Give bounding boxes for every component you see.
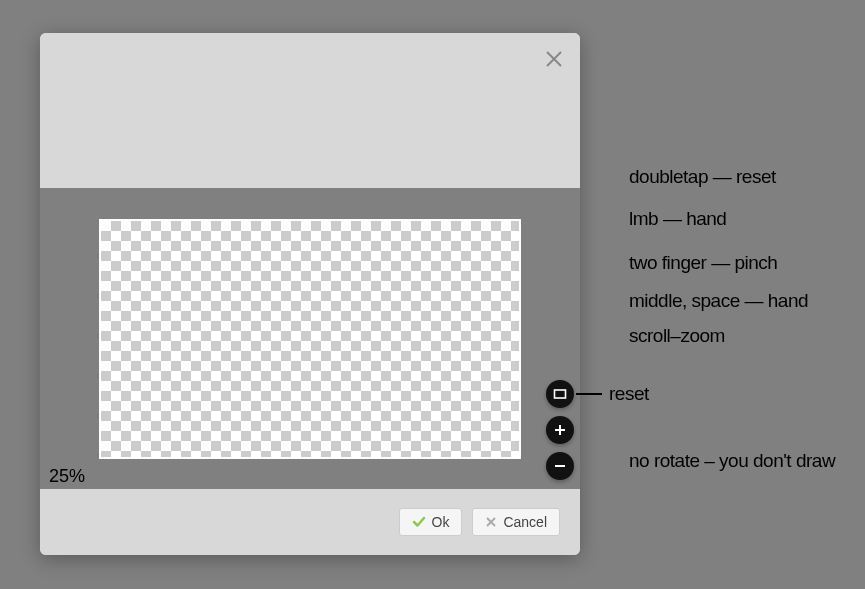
minus-icon [552,458,568,474]
annotation-connector [576,393,602,395]
dialog-footer: Ok Cancel [40,489,580,555]
annotation-doubletap: doubletap — reset [629,166,776,188]
check-icon [412,515,426,529]
dialog-window: 25% Ok Cancel [40,33,580,555]
cancel-button-label: Cancel [503,514,547,530]
annotation-middle: middle, space — hand [629,290,808,312]
close-button[interactable] [542,47,566,71]
annotation-reset: reset [609,383,649,405]
ok-button[interactable]: Ok [399,508,463,536]
ok-button-label: Ok [432,514,450,530]
cancel-button[interactable]: Cancel [472,508,560,536]
close-icon [545,50,563,68]
reset-view-button[interactable] [546,380,574,408]
annotation-lmb: lmb — hand [629,208,726,230]
annotation-norotate: no rotate – you don't draw [629,450,835,472]
annotation-scroll: scroll–zoom [629,325,725,347]
svg-rect-4 [555,390,566,398]
zoom-in-button[interactable] [546,416,574,444]
canvas-preview[interactable] [99,219,521,459]
x-icon [485,516,497,528]
zoom-out-button[interactable] [546,452,574,480]
zoom-level: 25% [49,466,85,487]
zoom-controls [546,380,574,480]
annotation-twofinger: two finger — pinch [629,252,777,274]
dialog-header [40,33,580,188]
dialog-body: 25% [40,188,580,489]
fit-icon [552,386,568,402]
plus-icon [552,422,568,438]
